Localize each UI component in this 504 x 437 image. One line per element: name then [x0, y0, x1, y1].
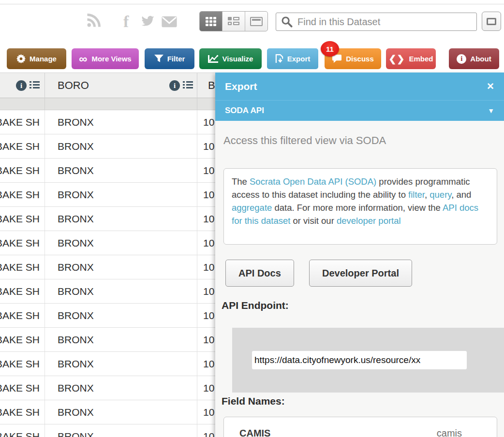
column-info-icon[interactable]: i [16, 80, 27, 91]
table-row[interactable]: BAKE SH BRONX 10 [0, 424, 227, 437]
panel-subtitle: Access this filtered view via SODA [223, 134, 386, 147]
twitter-bird-icon [141, 15, 155, 27]
cell-dba[interactable]: BAKE SH [0, 328, 45, 351]
cell-boro[interactable]: BRONX [45, 159, 197, 182]
cell-boro[interactable]: BRONX [45, 207, 197, 231]
cell-boro[interactable]: BRONX [45, 255, 197, 279]
export-button[interactable]: Export [266, 47, 320, 71]
manage-button[interactable]: Manage [7, 48, 66, 69]
cell-dba[interactable]: BAKE SH [0, 183, 45, 206]
panel-title: Export [225, 81, 257, 92]
chart-icon [208, 55, 219, 63]
dataset-table: i BORO i B BAKE SH BRONX 10 BAKE SH [0, 73, 227, 437]
column-header-dba[interactable]: i [0, 73, 45, 98]
cell-dba[interactable]: BAKE SH [0, 304, 45, 327]
more-views-button[interactable]: ∞ More Views [72, 48, 139, 69]
section-label: SODA API [225, 106, 264, 116]
cell-boro[interactable]: BRONX [45, 134, 197, 158]
column-title: BORO [58, 79, 89, 92]
soda-info-text: The Socrata Open Data API (SODA) provide… [232, 176, 478, 226]
fullscreen-icon [487, 18, 496, 25]
soda-api-section-header[interactable]: SODA API ▼ [215, 100, 504, 121]
soda-info-link[interactable]: filter [408, 189, 425, 200]
field-names-box: CAMIScamis [223, 417, 497, 437]
export-panel: Export ✕ SODA API ▼ Access this filtered… [215, 73, 504, 437]
soda-info-link[interactable]: aggregate [232, 203, 272, 213]
export-document-icon [275, 54, 283, 63]
column-menu-icon[interactable] [30, 81, 40, 90]
email-icon[interactable] [161, 15, 178, 28]
visualize-label: Visualize [222, 55, 253, 63]
table-row[interactable]: BAKE SH BRONX 10 [0, 400, 227, 424]
embed-label: Embed [409, 55, 433, 63]
cell-boro[interactable]: BRONX [45, 400, 197, 424]
table-row[interactable]: BAKE SH BRONX 10 [0, 304, 227, 328]
cell-boro[interactable]: BRONX [45, 110, 197, 134]
page-view-toggle[interactable] [245, 12, 267, 31]
discuss-label: Discuss [346, 55, 374, 63]
table-row[interactable]: BAKE SH BRONX 10 [0, 207, 227, 231]
more-views-label: More Views [91, 55, 131, 63]
table-row[interactable]: BAKE SH BRONX 10 [0, 134, 227, 159]
cell-dba[interactable]: BAKE SH [0, 376, 45, 400]
soda-info-link[interactable]: query [430, 189, 451, 200]
cell-boro[interactable]: BRONX [45, 279, 197, 303]
table-row[interactable]: BAKE SH BRONX 10 [0, 159, 227, 183]
table-row[interactable]: BAKE SH BRONX 10 [0, 328, 227, 352]
about-button[interactable]: i About [449, 48, 499, 69]
table-row[interactable]: BAKE SH BRONX 10 [0, 279, 227, 304]
dataset-page: f [0, 0, 504, 437]
filter-label: Filter [167, 55, 185, 63]
cell-boro[interactable]: BRONX [45, 183, 197, 206]
embed-button[interactable]: ❮❯ Embed [386, 48, 436, 69]
cell-boro[interactable]: BRONX [45, 376, 197, 400]
cell-dba[interactable]: BAKE SH [0, 255, 45, 279]
table-row[interactable]: BAKE SH BRONX 10 [0, 352, 227, 376]
table-row[interactable]: BAKE SH BRONX 10 [0, 110, 227, 134]
search-input[interactable] [297, 16, 476, 28]
cell-dba[interactable]: BAKE SH [0, 159, 45, 182]
find-in-dataset-search[interactable] [276, 13, 477, 31]
cell-boro[interactable]: BRONX [45, 424, 197, 437]
page-view-icon [250, 17, 263, 26]
cell-dba[interactable]: BAKE SH [0, 134, 45, 158]
filter-button[interactable]: Filter [145, 48, 194, 69]
facebook-icon[interactable]: f [123, 13, 129, 31]
funnel-icon [154, 55, 163, 63]
rich-list-icon [228, 17, 239, 26]
field-key: camis [437, 428, 489, 437]
visualize-button[interactable]: Visualize [199, 48, 262, 69]
developer-portal-button[interactable]: Developer Portal [309, 260, 412, 287]
table-row[interactable]: BAKE SH BRONX 10 [0, 376, 227, 400]
cell-dba[interactable]: BAKE SH [0, 231, 45, 255]
cell-dba[interactable]: BAKE SH [0, 400, 45, 424]
cell-dba[interactable]: BAKE SH [0, 207, 45, 231]
chevron-down-icon[interactable]: ▼ [488, 107, 494, 115]
cell-dba[interactable]: BAKE SH [0, 424, 45, 437]
cell-boro[interactable]: BRONX [45, 328, 197, 351]
close-icon[interactable]: ✕ [487, 81, 494, 92]
api-endpoint-input[interactable] [252, 351, 467, 369]
cell-boro[interactable]: BRONX [45, 304, 197, 327]
fullscreen-button[interactable] [482, 12, 501, 31]
cell-dba[interactable]: BAKE SH [0, 110, 45, 134]
column-menu-icon[interactable] [183, 81, 193, 90]
table-row[interactable]: BAKE SH BRONX 10 [0, 255, 227, 279]
table-view-toggle[interactable] [200, 12, 222, 31]
api-docs-button[interactable]: API Docs [225, 260, 294, 287]
table-row[interactable]: BAKE SH BRONX 10 [0, 183, 227, 207]
table-row[interactable]: BAKE SH BRONX 10 [0, 231, 227, 255]
twitter-icon[interactable] [141, 15, 155, 27]
soda-info-link[interactable]: Socrata Open Data API (SODA) [250, 176, 376, 187]
column-header-boro[interactable]: BORO i [45, 73, 197, 98]
cell-boro[interactable]: BRONX [45, 231, 197, 255]
field-row: CAMIScamis [224, 417, 497, 437]
column-info-icon[interactable]: i [169, 80, 180, 91]
soda-info-segment: , [425, 189, 430, 200]
rss-icon[interactable] [86, 14, 101, 28]
cell-dba[interactable]: BAKE SH [0, 352, 45, 376]
cell-boro[interactable]: BRONX [45, 352, 197, 376]
soda-info-link[interactable]: developer portal [337, 216, 401, 226]
rich-list-view-toggle[interactable] [222, 12, 245, 31]
cell-dba[interactable]: BAKE SH [0, 279, 45, 303]
